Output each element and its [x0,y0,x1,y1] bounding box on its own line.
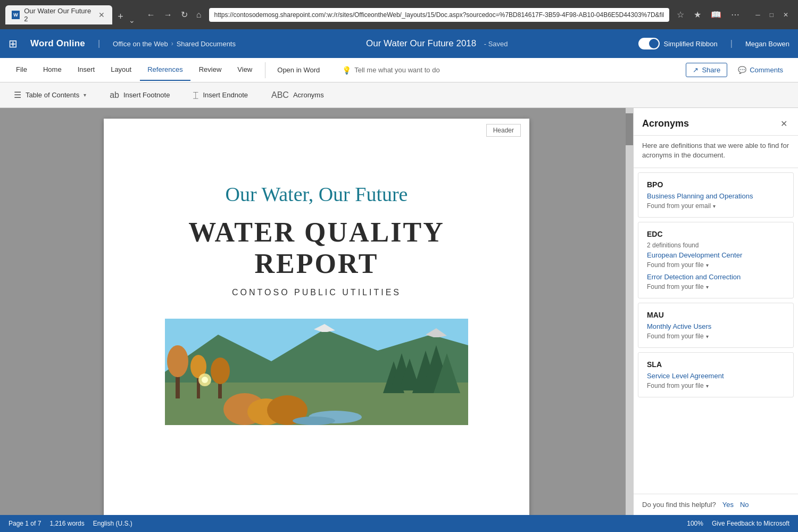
acronyms-tool[interactable]: ABC Acronyms [266,86,329,104]
acronym-card-mau: MAU Monthly Active Users Found from your… [638,303,794,348]
sla-abbr: SLA [647,360,785,369]
mau-source: Found from your file ▾ [647,332,785,340]
app-name: Word Online [30,38,85,49]
refresh-button[interactable]: ↻ [178,7,191,22]
address-bar[interactable]: https://contosodemosg.sharepoint.com/:w:… [209,8,670,22]
ribbon-right: ↗ Share 💬 Comments [686,63,789,77]
browser-tabs: W Our Water Our Future 2 ✕ + ⌄ [5,5,135,24]
simplified-ribbon-label: Simplified Ribbon [664,40,718,48]
main-layout: Header Our Water, Our Future WATER QUALI… [0,108,798,515]
mau-source-text: Found from your file [647,332,704,340]
address-bar-url: https://contosodemosg.sharepoint.com/:w:… [214,11,664,19]
scroll-thumb[interactable] [626,113,633,145]
open-in-word-button[interactable]: Open in Word [271,63,326,77]
insert-endnote-tool[interactable]: ⌶ Insert Endnote [188,86,253,104]
simplified-ribbon-toggle: Simplified Ribbon [638,38,718,49]
edc-source-2: Found from your file ▾ [647,283,785,290]
yes-link[interactable]: Yes [722,501,734,509]
simplified-ribbon-switch[interactable] [638,38,660,49]
document-page: Header Our Water, Our Future WATER QUALI… [104,119,529,515]
doc-content: Our Water, Our Future WATER QUALITY REPO… [104,119,529,446]
tell-me-area[interactable]: 💡 Tell me what you want to do [336,64,446,77]
tell-me-text: Tell me what you want to do [354,66,439,74]
doc-header-area: Header [486,124,521,137]
no-link[interactable]: No [740,501,749,509]
close-tab-button[interactable]: ✕ [97,10,106,20]
svg-point-12 [202,377,208,383]
maximize-button[interactable]: □ [766,9,778,21]
svg-point-6 [167,345,188,377]
word-count: 1,216 words [49,520,84,527]
breadcrumb: Office on the Web › Shared Documents [113,40,236,48]
tab-title: Our Water Our Future 2 [24,7,93,23]
nav-buttons: ← → ↻ ⌂ [144,7,205,22]
share-button[interactable]: ↗ Share [686,63,727,77]
doc-title[interactable]: Our Water Our Future 2018 [366,38,476,48]
active-tab[interactable]: W Our Water Our Future 2 ✕ [5,5,112,24]
status-left: Page 1 of 7 1,216 words English (U.S.) [9,520,132,527]
edc-source-arrow-1: ▾ [706,262,709,268]
header-right: Simplified Ribbon | Megan Bowen [638,38,789,49]
insert-endnote-label: Insert Endnote [203,91,248,99]
panel-description: Here are definitions that we were able t… [634,136,798,168]
doc-org-name: CONTOSO PUBLIC UTILITIES [146,288,487,297]
panel-scroll-area[interactable]: BPO Business Planning and Operations Fou… [634,168,798,494]
mau-link[interactable]: Monthly Active Users [647,322,785,330]
tab-references[interactable]: References [140,59,190,81]
panel-close-button[interactable]: ✕ [778,117,789,131]
edc-link-2[interactable]: Error Detection and Correction [647,273,785,281]
back-button[interactable]: ← [144,7,159,22]
tab-review[interactable]: Review [192,59,229,81]
close-button[interactable]: ✕ [779,9,793,21]
breadcrumb-child[interactable]: Shared Documents [177,40,236,48]
home-button[interactable]: ⌂ [193,7,205,22]
sla-link[interactable]: Service Level Agreement [647,372,785,380]
bpo-link[interactable]: Business Planning and Operations [647,192,785,200]
lightbulb-icon: 💡 [342,66,351,74]
sla-source: Found from your file ▾ [647,382,785,389]
acronyms-icon: ABC [271,90,289,100]
tab-file[interactable]: File [9,59,35,81]
references-toolbar: ☰ Table of Contents ▾ ab Insert Footnote… [0,82,798,108]
minimize-button[interactable]: ─ [751,9,764,21]
favorites-button[interactable]: ★ [691,7,704,22]
tab-layout[interactable]: Layout [103,59,139,81]
tab-view[interactable]: View [230,59,260,81]
panel-header: Acronyms ✕ [634,108,798,136]
toc-dropdown-arrow: ▾ [84,92,86,98]
user-name[interactable]: Megan Bowen [745,40,789,48]
acronym-card-sla: SLA Service Level Agreement Found from y… [638,352,794,397]
tab-dropdown-button[interactable]: ⌄ [129,16,135,24]
table-of-contents-tool[interactable]: ☰ Table of Contents ▾ [9,86,92,104]
insert-footnote-label: Insert Footnote [123,91,170,99]
comments-icon: 💬 [738,66,746,74]
browser-actions: ☆ ★ 📖 ⋯ [674,7,743,22]
feedback-link[interactable]: Give Feedback to Microsoft [712,520,789,527]
doc-title-area: Our Water Our Future 2018 - Saved [244,38,630,49]
forward-button[interactable]: → [161,7,176,22]
helpful-label: Do you find this helpful? [642,501,716,509]
browser-chrome: W Our Water Our Future 2 ✕ + ⌄ ← → ↻ ⌂ h… [0,0,798,29]
edc-link-1[interactable]: European Development Center [647,251,785,259]
doc-image [165,319,468,425]
ribbon-divider [265,62,265,78]
endnote-icon: ⌶ [193,90,198,100]
insert-footnote-tool[interactable]: ab Insert Footnote [104,86,175,104]
new-tab-button[interactable]: + [113,9,128,24]
scroll-track[interactable] [626,108,633,515]
bpo-source-arrow: ▾ [713,203,716,209]
document-area[interactable]: Header Our Water, Our Future WATER QUALI… [0,108,633,515]
tab-home[interactable]: Home [36,59,69,81]
comments-button[interactable]: 💬 Comments [732,63,789,77]
reading-view-button[interactable]: 📖 [708,7,725,22]
more-tools-button[interactable]: ⋯ [728,7,743,22]
breadcrumb-parent[interactable]: Office on the Web [113,40,168,48]
toggle-knob [649,39,659,48]
panel-footer: Do you find this helpful? Yes No [634,494,798,515]
mau-abbr: MAU [647,311,785,319]
waffle-icon[interactable]: ⊞ [9,37,18,50]
tab-insert[interactable]: Insert [70,59,103,81]
bookmark-button[interactable]: ☆ [674,7,687,22]
sla-source-text: Found from your file [647,382,704,389]
breadcrumb-arrow: › [171,40,173,47]
